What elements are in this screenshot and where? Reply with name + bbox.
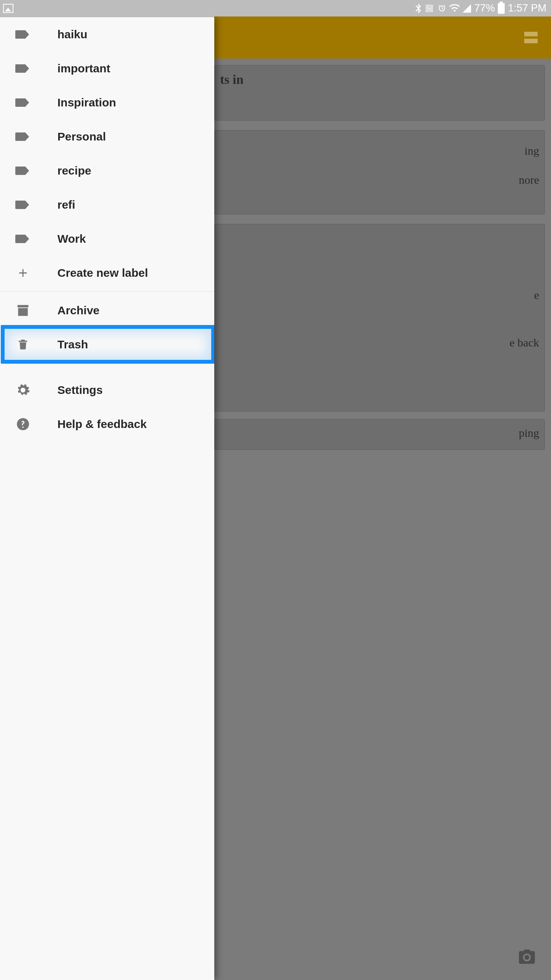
- drawer-item-label: haiku: [57, 28, 87, 41]
- drawer-item-label: Trash: [57, 338, 88, 351]
- note-text-fragment: nore: [220, 173, 318, 186]
- drawer-item-work[interactable]: Work: [0, 222, 214, 256]
- note-text-fragment: e: [220, 289, 318, 302]
- note-text-fragment: ping: [220, 426, 318, 439]
- drawer-item-important[interactable]: important: [0, 51, 214, 85]
- drawer-item-settings[interactable]: Settings: [0, 373, 214, 407]
- drawer-item-refi[interactable]: refi: [0, 188, 214, 222]
- archive-icon: [15, 303, 31, 318]
- drawer-item-personal[interactable]: Personal: [0, 119, 214, 154]
- drawer-item-label: important: [57, 62, 110, 75]
- trash-icon: [15, 337, 31, 352]
- drawer-item-label: refi: [57, 198, 75, 211]
- drawer-item-recipe[interactable]: recipe: [0, 154, 214, 188]
- drawer-labels-list: haiku important Inspiration Personal rec: [0, 17, 214, 441]
- navigation-drawer: haiku important Inspiration Personal rec: [0, 17, 214, 551]
- drawer-item-label: Help & feedback: [57, 418, 147, 431]
- spacer: [0, 361, 214, 373]
- status-bar: 77% 1:57 PM: [0, 0, 318, 16]
- label-icon: [15, 231, 31, 247]
- drawer-item-label: Settings: [57, 384, 103, 397]
- label-icon: [15, 61, 31, 76]
- note-card[interactable]: e e back: [214, 224, 318, 412]
- tutorial-highlight: [1, 325, 214, 364]
- drawer-item-label: Inspiration: [57, 96, 116, 109]
- plus-icon: [15, 265, 31, 281]
- drawer-item-label: Work: [57, 232, 86, 245]
- note-card[interactable]: ping: [214, 419, 318, 450]
- label-icon: [15, 27, 31, 42]
- help-icon: [15, 416, 31, 432]
- note-text-fragment: ing: [220, 144, 318, 157]
- drawer-item-create-label[interactable]: Create new label: [0, 256, 214, 290]
- label-icon: [15, 95, 31, 110]
- drawer-item-archive[interactable]: Archive: [0, 293, 214, 327]
- drawer-item-help[interactable]: Help & feedback: [0, 407, 214, 441]
- gear-icon: [15, 382, 31, 398]
- drawer-item-label: Create new label: [57, 266, 148, 279]
- label-icon: [15, 129, 31, 144]
- note-title-fragment: ts in: [220, 72, 243, 87]
- drawer-item-label: Personal: [57, 130, 106, 143]
- note-card[interactable]: ing nore: [214, 130, 318, 214]
- drawer-item-trash[interactable]: Trash: [0, 327, 214, 361]
- label-icon: [15, 197, 31, 212]
- drawer-item-haiku[interactable]: haiku: [0, 17, 214, 51]
- drawer-item-label: recipe: [57, 164, 91, 177]
- label-icon: [15, 163, 31, 178]
- note-text-fragment: e back: [220, 336, 318, 349]
- divider: [0, 291, 214, 292]
- drawer-item-inspiration[interactable]: Inspiration: [0, 85, 214, 119]
- screenshot-notification-icon: [3, 4, 13, 13]
- drawer-item-label: Archive: [57, 304, 99, 317]
- note-card[interactable]: ts in: [214, 65, 318, 121]
